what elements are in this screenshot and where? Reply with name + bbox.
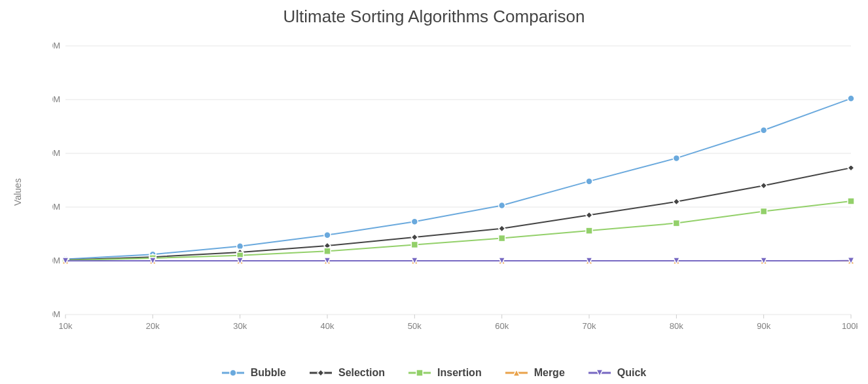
legend-label: Insertion [437, 367, 482, 379]
y-tick-label: 20M [52, 148, 60, 158]
x-tick-label: 20k [146, 321, 160, 331]
x-tick-label: 50k [408, 321, 422, 331]
legend-label: Bubble [251, 367, 286, 379]
svg-rect-71 [416, 370, 423, 376]
chart-title: Ultimate Sorting Algorithms Comparison [0, 7, 868, 27]
legend-item-insertion[interactable]: Insertion [408, 367, 482, 379]
y-tick-label: 30M [52, 94, 60, 104]
svg-rect-44 [761, 208, 767, 215]
plot-area: -10M0M10M20M30M40M10k20k30k40k50k60k70k8… [52, 33, 858, 341]
svg-point-25 [848, 95, 854, 102]
svg-point-67 [230, 370, 236, 376]
legend-swatch-icon [408, 368, 431, 378]
legend-item-merge[interactable]: Merge [505, 367, 565, 379]
legend-item-selection[interactable]: Selection [310, 367, 385, 379]
x-tick-label: 100k [842, 321, 858, 331]
svg-marker-32 [586, 212, 592, 218]
legend-label: Selection [338, 367, 385, 379]
svg-rect-39 [324, 248, 331, 254]
svg-point-21 [499, 202, 505, 209]
svg-rect-40 [411, 241, 418, 248]
series-quick [62, 258, 854, 264]
x-tick-label: 40k [321, 321, 335, 331]
legend-item-bubble[interactable]: Bubble [222, 367, 286, 379]
x-tick-label: 30k [233, 321, 247, 331]
x-tick-label: 70k [583, 321, 596, 331]
series-bubble [62, 95, 854, 262]
legend-swatch-icon [588, 368, 611, 378]
x-tick-label: 60k [495, 321, 509, 331]
y-tick-label: -10M [52, 309, 60, 319]
legend-swatch-icon [310, 368, 332, 378]
svg-marker-34 [761, 182, 767, 189]
legend-label: Merge [534, 367, 565, 379]
svg-point-19 [324, 232, 331, 239]
y-axis-label: Values [12, 178, 23, 206]
legend-label: Quick [617, 367, 646, 379]
x-tick-label: 90k [757, 321, 770, 331]
svg-rect-45 [848, 198, 854, 204]
svg-point-24 [761, 127, 767, 134]
chart-container: Ultimate Sorting Algorithms Comparison V… [0, 0, 868, 384]
svg-point-22 [586, 178, 592, 185]
legend: BubbleSelectionInsertionMergeQuick [0, 367, 868, 379]
svg-marker-30 [411, 234, 418, 240]
svg-marker-33 [673, 199, 679, 205]
svg-marker-69 [317, 370, 324, 376]
y-tick-label: 40M [52, 41, 60, 50]
legend-item-quick[interactable]: Quick [588, 367, 646, 379]
svg-marker-31 [499, 225, 505, 232]
x-tick-label: 80k [670, 321, 683, 331]
y-tick-label: 10M [52, 202, 60, 212]
svg-rect-43 [673, 220, 679, 227]
svg-marker-35 [848, 164, 854, 171]
svg-rect-42 [586, 227, 592, 234]
svg-point-20 [411, 218, 418, 225]
legend-swatch-icon [505, 368, 528, 378]
legend-swatch-icon [222, 368, 244, 378]
series-insertion [62, 198, 854, 263]
x-tick-label: 10k [59, 321, 73, 331]
svg-point-23 [673, 155, 679, 161]
y-tick-label: 0M [52, 256, 60, 265]
svg-rect-41 [499, 235, 505, 242]
